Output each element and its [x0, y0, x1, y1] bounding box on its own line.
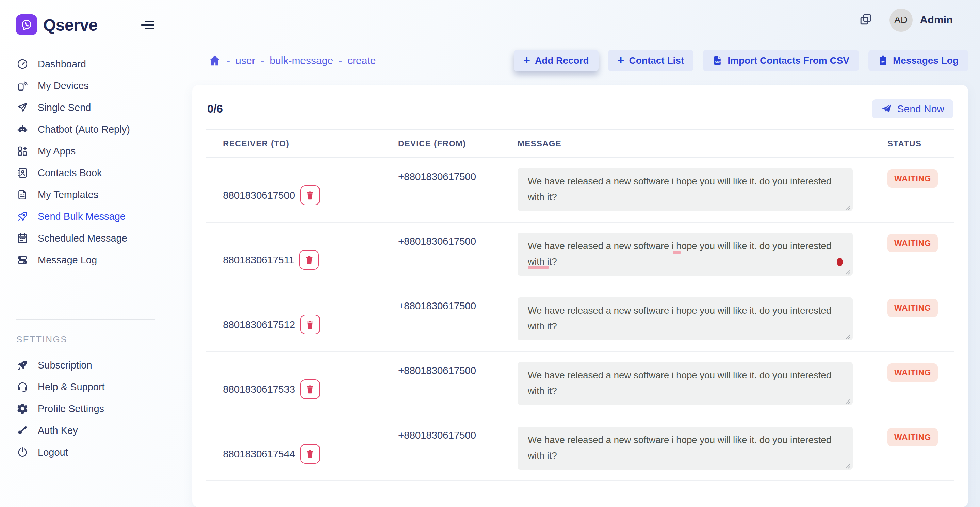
sidebar-settings-nav: Subscription Help & Support Profile Sett…	[0, 354, 169, 463]
brand-name: Qserve	[43, 16, 98, 34]
trash-icon	[304, 255, 314, 265]
sidebar-item-send-bulk-message[interactable]: Send Bulk Message	[0, 205, 169, 227]
toggles-icon	[16, 253, 29, 266]
sidebar-item-my-devices[interactable]: My Devices	[0, 75, 169, 97]
home-icon[interactable]	[208, 54, 221, 67]
power-icon	[16, 446, 29, 459]
device-number: +8801830617500	[397, 352, 517, 416]
message-cell: We have released a new software i hope y…	[517, 416, 875, 480]
apps-grid-icon	[16, 145, 29, 157]
trash-icon	[305, 319, 315, 330]
resize-handle-icon[interactable]	[845, 270, 851, 275]
sidebar-item-auth-key[interactable]: Auth Key	[0, 420, 169, 441]
table-row: 8801830617544 +8801830617500 We have rel…	[206, 416, 955, 481]
messages-log-label: Messages Log	[893, 55, 959, 66]
sidebar-item-contacts-book[interactable]: Contacts Book	[0, 162, 169, 184]
message-textarea[interactable]: We have released a new software i hope y…	[517, 168, 853, 211]
bulk-message-card: 0/6 Send Now RECEIVER (TO) DEVICE (FROM)…	[192, 85, 968, 507]
fullscreen-windows-icon[interactable]	[858, 12, 874, 28]
sidebar-item-single-send[interactable]: Single Send	[0, 97, 169, 118]
breadcrumb: - user - bulk-message - create	[192, 54, 376, 67]
breadcrumb-separator: -	[227, 55, 230, 66]
device-number: +8801830617500	[397, 223, 517, 286]
avatar[interactable]: AD	[889, 8, 913, 32]
status-badge: WAITING	[888, 428, 938, 447]
sidebar-item-message-log[interactable]: Message Log	[0, 249, 169, 271]
status-cell: WAITING	[875, 416, 955, 480]
robot-icon	[16, 123, 29, 136]
trash-icon	[305, 384, 315, 394]
breadcrumb-create[interactable]: create	[347, 55, 375, 66]
message-cell: We have released a new software i hope y…	[517, 158, 875, 222]
sidebar-item-my-templates[interactable]: My Templates	[0, 184, 169, 205]
delete-row-button[interactable]	[301, 315, 320, 334]
sidebar-item-subscription[interactable]: Subscription	[0, 354, 169, 376]
resize-handle-icon[interactable]	[845, 334, 851, 340]
trash-icon	[305, 190, 315, 200]
breadcrumb-bulk-message[interactable]: bulk-message	[269, 55, 333, 66]
message-cell: We have released a new software i hope y…	[517, 352, 875, 416]
dashboard-icon	[16, 57, 29, 70]
contact-list-button[interactable]: + Contact List	[608, 50, 694, 72]
status-cell: WAITING	[875, 287, 955, 351]
sidebar-item-chatbot[interactable]: Chatbot (Auto Reply)	[0, 118, 169, 140]
card-head: 0/6 Send Now	[206, 85, 955, 118]
status-badge: WAITING	[888, 363, 938, 382]
status-badge: WAITING	[888, 299, 938, 317]
message-textarea[interactable]: We have released a new software i hope y…	[517, 427, 853, 470]
delete-row-button[interactable]	[299, 250, 319, 270]
qserve-logo-icon[interactable]	[16, 14, 37, 35]
sidebar-item-label: Scheduled Message	[38, 233, 127, 244]
table-row: 8801830617512 +8801830617500 We have rel…	[206, 287, 955, 352]
device-number: +8801830617500	[397, 158, 517, 222]
sidebar-item-logout[interactable]: Logout	[0, 441, 169, 463]
sidebar-item-my-apps[interactable]: My Apps	[0, 140, 169, 162]
sidebar-item-dashboard[interactable]: Dashboard	[0, 53, 169, 75]
sidebar-item-profile-settings[interactable]: Profile Settings	[0, 398, 169, 420]
messages-log-button[interactable]: Messages Log	[869, 50, 968, 72]
rocket-icon	[16, 210, 29, 223]
resize-handle-icon[interactable]	[845, 463, 851, 469]
resize-handle-icon[interactable]	[845, 205, 851, 210]
sidebar-item-label: Send Bulk Message	[38, 211, 126, 222]
delete-row-button[interactable]	[301, 444, 320, 464]
receiver-cell: 8801830617544	[206, 416, 397, 480]
sidebar-item-label: My Templates	[38, 189, 98, 200]
send-plane-icon	[881, 103, 892, 114]
add-record-button[interactable]: + Add Record	[514, 50, 598, 72]
svg-text:CSV: CSV	[715, 60, 721, 63]
table-header: RECEIVER (TO) DEVICE (FROM) MESSAGE STAT…	[206, 129, 955, 158]
sidebar-item-label: My Apps	[38, 146, 76, 157]
message-textarea[interactable]: We have released a new software i hope y…	[517, 297, 853, 340]
sidebar-toggle-icon[interactable]	[139, 17, 154, 32]
resize-handle-icon[interactable]	[845, 399, 851, 404]
bulk-message-table: RECEIVER (TO) DEVICE (FROM) MESSAGE STAT…	[206, 129, 955, 481]
clipboard-icon	[878, 56, 888, 66]
headset-icon	[16, 380, 29, 393]
receiver-number: 8801830617500	[223, 189, 295, 201]
sidebar-item-help-support[interactable]: Help & Support	[0, 376, 169, 398]
settings-section-label: SETTINGS	[16, 334, 169, 345]
breadcrumb-separator: -	[339, 55, 342, 66]
csv-file-icon: CSV	[713, 56, 723, 66]
user-name[interactable]: Admin	[920, 14, 953, 26]
sidebar-item-label: Subscription	[38, 360, 92, 371]
delete-row-button[interactable]	[301, 380, 320, 399]
breadcrumb-user[interactable]: user	[235, 55, 255, 66]
receiver-cell: 8801830617512	[206, 287, 397, 351]
receiver-number: 8801830617512	[223, 319, 295, 331]
plus-icon: +	[523, 54, 530, 66]
import-csv-label: Import Contacts From CSV	[727, 55, 850, 66]
send-now-button[interactable]: Send Now	[872, 99, 953, 118]
sidebar-item-label: Dashboard	[38, 59, 86, 70]
import-contacts-csv-button[interactable]: CSV Import Contacts From CSV	[703, 50, 859, 72]
sidebar-item-scheduled-message[interactable]: Scheduled Message	[0, 227, 169, 249]
message-textarea[interactable]: We have released a new software i hope y…	[517, 362, 853, 405]
gear-icon	[16, 402, 29, 415]
device-number: +8801830617500	[397, 416, 517, 480]
delete-row-button[interactable]	[301, 186, 320, 205]
paper-plane-icon	[16, 101, 29, 114]
breadcrumb-separator: -	[261, 55, 264, 66]
col-header-receiver: RECEIVER (TO)	[206, 139, 397, 148]
message-textarea[interactable]: We have released a new software i hope y…	[517, 233, 853, 276]
